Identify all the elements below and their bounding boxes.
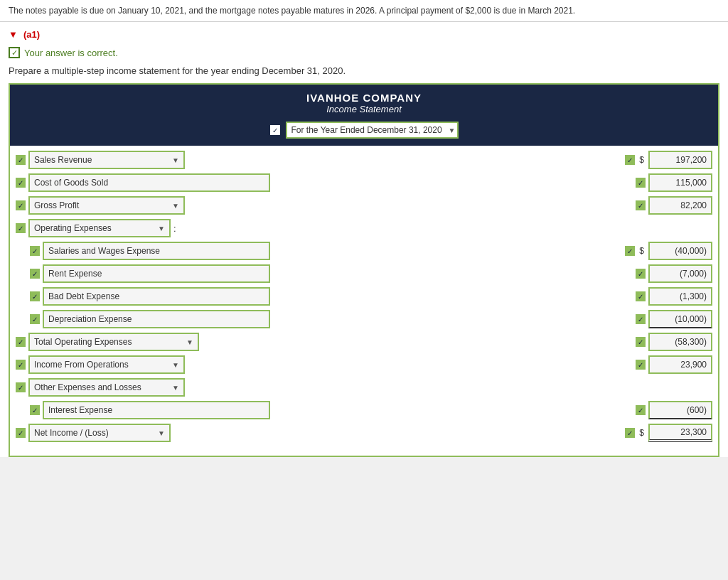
interest-field[interactable]: Interest Expense [43, 401, 270, 419]
bad-debt-field[interactable]: Bad Debt Expense [43, 287, 270, 306]
row-check-icon: ✓ [30, 314, 40, 324]
table-row: ✓ Depreciation Expense ✓ (10,000) [10, 308, 718, 331]
stmt-period-row: ✓ For the Year Ended December 31, 2020 ▼ [10, 119, 718, 146]
other-expenses-label: Other Expenses and Losses [34, 382, 141, 392]
row-check-icon: ✓ [636, 291, 646, 301]
row-check-icon: ✓ [625, 428, 635, 438]
note-bar: The notes payable is due on January 10, … [0, 0, 728, 22]
rent-label: Rent Expense [48, 269, 102, 279]
dropdown-arrow-icon: ▼ [158, 429, 165, 437]
other-expenses-field[interactable]: Other Expenses and Losses ▼ [28, 378, 185, 397]
row-check-icon: ✓ [30, 405, 40, 415]
stmt-header: IVANHOE COMPANY Income Statement [10, 85, 718, 119]
table-row: ✓ Salaries and Wages Expense ✓ $ (40,000… [10, 240, 718, 262]
salaries-field[interactable]: Salaries and Wages Expense [43, 242, 270, 260]
row-check-icon: ✓ [636, 178, 646, 188]
depreciation-field[interactable]: Depreciation Expense [43, 310, 270, 328]
gross-profit-field[interactable]: Gross Profit ▼ [28, 196, 185, 215]
dropdown-arrow-icon: ▼ [186, 338, 193, 346]
correct-badge: ✓ Your answer is correct. [0, 44, 728, 61]
company-name: IVANHOE COMPANY [13, 92, 715, 104]
table-row: ✓ Bad Debt Expense ✓ (1,300) [10, 285, 718, 308]
page-container: The notes payable is due on January 10, … [0, 0, 728, 457]
interest-label: Interest Expense [48, 405, 112, 415]
depreciation-label: Depreciation Expense [48, 314, 132, 324]
row-check-icon: ✓ [30, 246, 40, 256]
section-header: ▼ (a1) [0, 22, 728, 44]
correct-text: Your answer is correct. [24, 48, 118, 58]
bad-debt-amount[interactable]: (1,300) [648, 287, 712, 306]
row-check-icon: ✓ [636, 269, 646, 279]
row-check-icon: ✓ [636, 337, 646, 347]
row-check-icon: ✓ [16, 200, 26, 210]
income-ops-field[interactable]: Income From Operations ▼ [28, 355, 185, 374]
stmt-title: Income Statement [13, 104, 715, 114]
dropdown-arrow-icon: ▼ [172, 384, 179, 392]
table-row: ✓ Cost of Goods Sold ✓ 115,000 [10, 171, 718, 194]
operating-expenses-label: Operating Expenses [34, 223, 112, 233]
table-row: ✓ Rent Expense ✓ (7,000) [10, 262, 718, 285]
dollar-sign: $ [638, 246, 646, 256]
colon-separator: : [173, 223, 176, 234]
net-income-field[interactable]: Net Income / (Loss) ▼ [28, 424, 171, 442]
dropdown-arrow-icon: ▼ [158, 225, 165, 232]
dollar-sign: $ [638, 428, 646, 438]
rent-field[interactable]: Rent Expense [43, 264, 270, 283]
gross-profit-label: Gross Profit [34, 200, 79, 210]
bad-debt-label: Bad Debt Expense [48, 291, 119, 301]
instruction-text: Prepare a multiple-step income statement… [0, 61, 728, 83]
sales-revenue-amount[interactable]: 197,200 [648, 151, 712, 169]
gross-profit-amount[interactable]: 82,200 [648, 196, 712, 215]
row-check-icon: ✓ [16, 178, 26, 188]
row-check-icon: ✓ [16, 155, 26, 165]
row-check-icon: ✓ [636, 405, 646, 415]
dropdown-arrow-icon: ▼ [172, 202, 179, 210]
row-check-icon: ✓ [636, 200, 646, 210]
total-opex-label: Total Operating Expenses [34, 337, 132, 347]
income-statement: IVANHOE COMPANY Income Statement ✓ For t… [9, 83, 719, 457]
cogs-label: Cost of Goods Sold [34, 178, 108, 188]
income-ops-amount[interactable]: 23,900 [648, 355, 712, 374]
depreciation-amount[interactable]: (10,000) [648, 310, 712, 328]
income-ops-label: Income From Operations [34, 360, 129, 370]
table-row: ✓ Interest Expense ✓ (600) [10, 399, 718, 421]
cogs-amount[interactable]: 115,000 [648, 173, 712, 192]
table-row: ✓ Operating Expenses ▼ : [10, 217, 718, 240]
cogs-field[interactable]: Cost of Goods Sold [28, 173, 270, 192]
total-opex-field[interactable]: Total Operating Expenses ▼ [28, 333, 199, 351]
table-row: ✓ Sales Revenue ▼ ✓ $ 197,200 [10, 149, 718, 171]
row-check-icon: ✓ [16, 360, 26, 370]
total-opex-amount[interactable]: (58,300) [648, 333, 712, 351]
row-check-icon: ✓ [16, 382, 26, 392]
row-check-icon: ✓ [30, 291, 40, 301]
sales-revenue-label: Sales Revenue [34, 155, 92, 165]
period-check-icon: ✓ [270, 125, 280, 135]
section-arrow-icon: ▼ [9, 29, 18, 40]
table-row: ✓ Gross Profit ▼ ✓ 82,200 [10, 194, 718, 217]
correct-check-icon: ✓ [9, 47, 20, 58]
dropdown-arrow-icon: ▼ [172, 156, 179, 164]
dollar-sign: $ [638, 155, 646, 165]
section-id: (a1) [23, 29, 40, 40]
rent-amount[interactable]: (7,000) [648, 264, 712, 283]
row-check-icon: ✓ [30, 269, 40, 279]
dropdown-arrow-icon: ▼ [172, 361, 179, 369]
table-row: ✓ Total Operating Expenses ▼ ✓ (58,300) [10, 331, 718, 353]
row-check-icon: ✓ [16, 223, 26, 233]
period-select-wrapper: For the Year Ended December 31, 2020 ▼ [286, 122, 459, 139]
row-check-icon: ✓ [16, 428, 26, 438]
interest-amount[interactable]: (600) [648, 401, 712, 419]
note-text: The notes payable is due on January 10, … [9, 6, 575, 16]
row-check-icon: ✓ [625, 155, 635, 165]
stmt-body: ✓ Sales Revenue ▼ ✓ $ 197,200 ✓ Cost of … [10, 146, 718, 456]
table-row: ✓ Net Income / (Loss) ▼ ✓ $ 23,300 [10, 421, 718, 444]
sales-revenue-field[interactable]: Sales Revenue ▼ [28, 151, 185, 169]
operating-expenses-field[interactable]: Operating Expenses ▼ [28, 219, 171, 237]
salaries-amount[interactable]: (40,000) [648, 242, 712, 260]
table-row: ✓ Other Expenses and Losses ▼ [10, 376, 718, 399]
table-row: ✓ Income From Operations ▼ ✓ 23,900 [10, 353, 718, 376]
net-income-amount[interactable]: 23,300 [648, 424, 712, 442]
period-select[interactable]: For the Year Ended December 31, 2020 [286, 122, 459, 139]
row-check-icon: ✓ [636, 314, 646, 324]
net-income-label: Net Income / (Loss) [34, 428, 109, 438]
